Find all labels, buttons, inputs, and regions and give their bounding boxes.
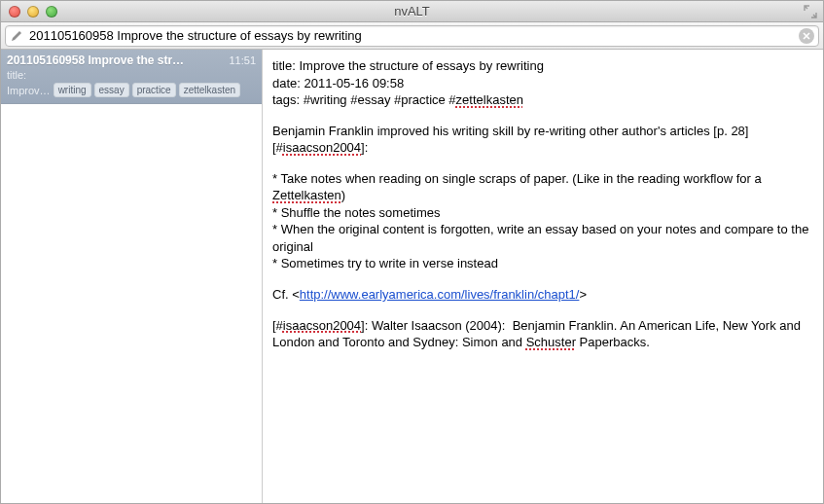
note-item-title: 201105160958 Improve the str… (7, 54, 184, 67)
note-item-subtitle: title: (7, 69, 256, 81)
tag-chip[interactable]: zettelkasten (179, 83, 240, 97)
reference-block: [#isaacson2004]: Walter Isaacson (2004):… (272, 317, 813, 351)
note-item-time: 11:51 (229, 54, 256, 66)
front-matter: title: Improve the structure of essays b… (272, 57, 813, 109)
close-icon (803, 32, 810, 40)
intro-para: Benjamin Franklin improved his writing s… (272, 123, 813, 157)
note-editor[interactable]: title: Improve the structure of essays b… (263, 50, 823, 503)
note-item-preview: Improv… (7, 85, 51, 96)
tag-chip[interactable]: essay (94, 83, 129, 97)
window-title: nvALT (1, 4, 823, 18)
zoom-button[interactable] (46, 6, 57, 18)
search-input[interactable] (27, 27, 799, 44)
search-box[interactable] (5, 25, 819, 47)
traffic-lights (9, 6, 57, 18)
fullscreen-icon[interactable] (804, 5, 817, 18)
external-link[interactable]: http://www.earlyamerica.com/lives/frankl… (300, 287, 580, 302)
titlebar: nvALT (1, 1, 823, 22)
cf-line: Cf. <http://www.earlyamerica.com/lives/f… (272, 286, 813, 304)
body: 201105160958 Improve the str… 11:51 titl… (1, 50, 823, 503)
pencil-icon (10, 29, 23, 43)
tag-chip[interactable]: writing (54, 83, 91, 97)
search-row (1, 22, 823, 50)
note-list-item[interactable]: 201105160958 Improve the str… 11:51 titl… (1, 50, 262, 104)
bullet-list: * Take notes when reading on single scra… (272, 170, 813, 272)
note-list[interactable]: 201105160958 Improve the str… 11:51 titl… (1, 50, 263, 503)
clear-search-button[interactable] (799, 28, 814, 44)
close-button[interactable] (9, 6, 20, 18)
tag-chip[interactable]: practice (132, 83, 176, 97)
minimize-button[interactable] (27, 6, 39, 18)
app-window: nvALT 201105160958 Improve the str… 11:5… (0, 0, 824, 504)
